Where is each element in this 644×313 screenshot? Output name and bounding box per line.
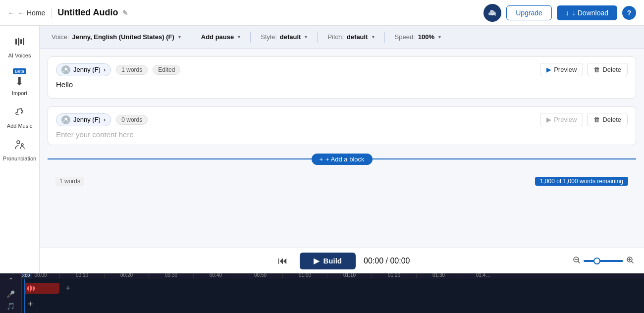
block-2-content[interactable]: Enter your content here: [56, 130, 628, 139]
topbar-left: ← ← Home Untitled Audio ✎: [8, 7, 128, 18]
import-icon: ⬇: [15, 75, 24, 88]
style-label: Style:: [261, 33, 277, 41]
block-1-delete-button[interactable]: 🗑 Delete: [587, 63, 628, 76]
voice-selector[interactable]: Voice: Jenny, English (United States) (F…: [48, 31, 185, 43]
block-2-header: Jenny (F) › 0 words ▶ Preview 🗑 Delete: [56, 113, 628, 126]
ai-voices-icon: [14, 36, 26, 51]
add-music-icon: [14, 106, 26, 121]
block-1-voice-selector[interactable]: Jenny (F) ›: [56, 63, 111, 76]
timeline-sidebar: ⌃ 🎤 🎵: [0, 273, 22, 313]
delete-trash-icon-2: 🗑: [593, 116, 600, 123]
ruler-01-40: 01:4…: [461, 273, 505, 278]
topbar-right: Upgrade ↓ ↓ Download ?: [483, 4, 636, 22]
zoom-in-button[interactable]: [626, 256, 634, 266]
cursor-time-label: 00:00: [22, 273, 32, 278]
delete-label: Delete: [602, 66, 621, 73]
svg-point-5: [21, 144, 23, 146]
zoom-controls: [573, 256, 634, 266]
block-1-actions: ▶ Preview 🗑 Delete: [540, 63, 628, 76]
play-build-button[interactable]: ▶ Build: [300, 253, 356, 269]
add-pause-selector[interactable]: Add pause ▾: [197, 31, 244, 43]
edit-title-icon[interactable]: ✎: [122, 9, 128, 17]
block-2-preview-button[interactable]: ▶ Preview: [540, 113, 583, 126]
toolbar: Voice: Jenny, English (United States) (F…: [40, 26, 644, 49]
svg-line-12: [632, 261, 634, 263]
waveform-bar-3: [30, 285, 31, 292]
svg-rect-3: [23, 38, 24, 45]
download-button[interactable]: ↓ ↓ Download: [557, 5, 617, 20]
timeline-mic-row: 🎤: [6, 290, 15, 298]
pause-value: Add pause: [201, 33, 234, 41]
block-1-header: Jenny (F) › 1 words Edited ▶ Preview 🗑 D…: [56, 63, 628, 76]
track-voice-clip[interactable]: [24, 283, 59, 294]
add-block-line-right: [373, 158, 637, 159]
block-1-preview-button[interactable]: ▶ Preview: [540, 63, 583, 76]
sidebar-item-pronunciation[interactable]: Pronunciation: [2, 135, 37, 165]
voice-chevron-icon: ▾: [178, 34, 181, 40]
download-icon: ↓: [566, 9, 569, 17]
timeline-tracks: 00:00 +: [22, 279, 644, 313]
upgrade-button[interactable]: Upgrade: [506, 5, 552, 20]
track-music-row: +: [22, 297, 644, 311]
toolbar-divider-1: [191, 32, 191, 43]
home-link[interactable]: ← ← Home: [8, 9, 45, 17]
help-button[interactable]: ?: [622, 6, 636, 20]
voice-value: Jenny, English (United States) (F): [72, 33, 174, 41]
current-time: 00:00: [364, 257, 383, 265]
add-music-track-button[interactable]: +: [24, 299, 37, 310]
sidebar-item-ai-voices[interactable]: AI Voices: [2, 32, 37, 62]
pitch-label: Pitch:: [327, 33, 344, 41]
preview-play-icon: ▶: [546, 66, 551, 73]
main-layout: AI Voices Beta ⬇ Import Add Music: [0, 26, 644, 273]
waveform-bar-6: [34, 287, 35, 290]
ruler-00-20: 00:20: [104, 273, 149, 278]
ruler-01-10: 01:10: [327, 273, 372, 278]
block-1-content[interactable]: Hello: [56, 80, 628, 92]
block-2-voice-name: Jenny (F): [73, 116, 101, 123]
delete-label-2: Delete: [602, 116, 621, 123]
timeline-music-row: 🎵: [6, 302, 15, 310]
mic-icon: 🎤: [6, 290, 15, 298]
add-block-button[interactable]: + + Add a block: [312, 154, 373, 165]
add-voice-track-button[interactable]: +: [61, 283, 75, 294]
home-icon: ←: [8, 9, 15, 17]
speed-label: Speed:: [395, 33, 415, 41]
add-block-plus-icon: +: [320, 156, 323, 163]
collapse-icon[interactable]: ⌃: [8, 276, 14, 284]
skip-back-button[interactable]: ⏮: [274, 253, 292, 268]
track-clip-inner: [27, 284, 35, 292]
block-2-voice-chevron: ›: [104, 116, 106, 123]
sidebar-item-add-music[interactable]: Add Music: [2, 102, 37, 133]
home-label: ← Home: [18, 9, 45, 17]
ruler-00-40: 00:40: [193, 273, 238, 278]
ai-voices-label: AI Voices: [8, 52, 31, 58]
play-icon: ▶: [314, 257, 320, 265]
speed-chevron-icon: ▾: [438, 34, 441, 40]
block-1-word-count: 1 words: [116, 65, 148, 75]
block-2-delete-button[interactable]: 🗑 Delete: [587, 113, 628, 126]
editor-scroll: Jenny (F) › 1 words Edited ▶ Preview 🗑 D…: [40, 49, 644, 248]
speed-selector[interactable]: Speed: 100% ▾: [391, 31, 445, 43]
play-label: Build: [323, 257, 342, 265]
preview-label: Preview: [554, 66, 577, 73]
add-block-line-left: [48, 158, 312, 159]
ruler-01-30: 01:30: [416, 273, 461, 278]
editor-footer: 1 words 1,000 of 1,000 words remaining: [48, 173, 636, 190]
sidebar: AI Voices Beta ⬇ Import Add Music: [0, 26, 40, 273]
block-2-voice-selector[interactable]: Jenny (F) ›: [56, 113, 111, 126]
block-1-edited-badge: Edited: [153, 65, 180, 75]
waveform-bar-1: [27, 287, 28, 290]
waveform-bars: [27, 284, 35, 292]
sidebar-item-import[interactable]: Beta ⬇ Import: [2, 64, 37, 100]
pitch-selector[interactable]: Pitch: default ▾: [323, 31, 378, 43]
block-2-actions: ▶ Preview 🗑 Delete: [540, 113, 628, 126]
style-selector[interactable]: Style: default ▾: [257, 31, 311, 43]
toolbar-divider-4: [384, 32, 385, 43]
block-2-word-count: 0 words: [116, 115, 148, 125]
zoom-slider[interactable]: [584, 260, 623, 262]
zoom-out-button[interactable]: [573, 256, 581, 266]
style-chevron-icon: ▾: [305, 34, 307, 40]
ruler-01-00: 01:00: [282, 273, 327, 278]
beta-badge: Beta: [13, 68, 26, 74]
voice-label: Voice:: [52, 33, 69, 41]
